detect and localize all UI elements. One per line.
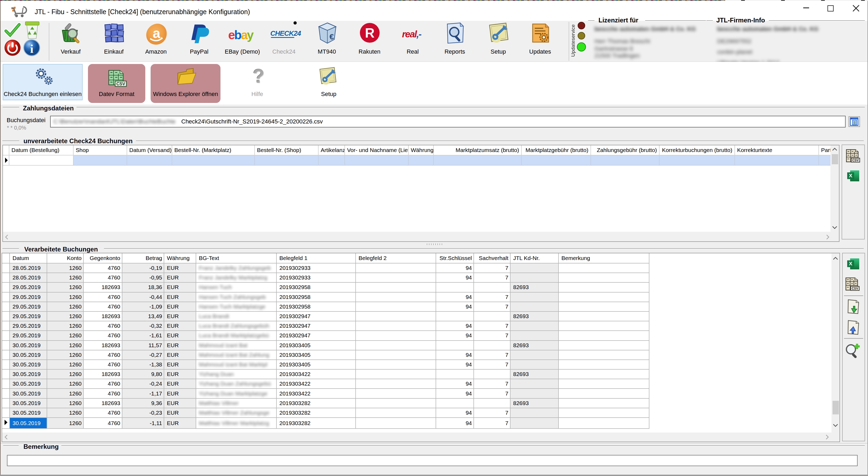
svg-text:a: a (153, 25, 161, 41)
svg-text:CSV: CSV (852, 287, 859, 290)
svg-text:R: R (365, 26, 375, 40)
svg-text:X: X (849, 173, 852, 178)
svg-text:€: € (330, 32, 334, 41)
svg-text:i: i (30, 42, 33, 56)
svg-text:X: X (849, 261, 852, 266)
svg-text:CSV: CSV (852, 158, 859, 162)
svg-text:CSV: CSV (117, 82, 125, 86)
